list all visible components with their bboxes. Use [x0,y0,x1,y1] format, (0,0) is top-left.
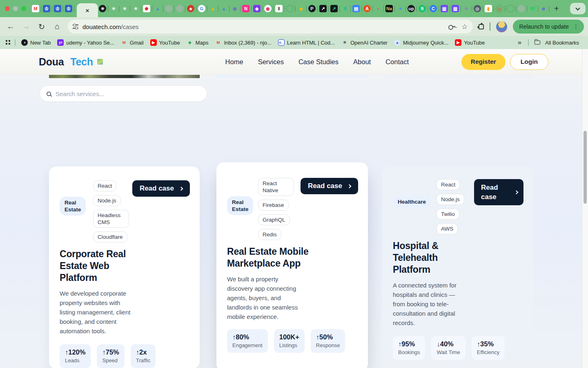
pinned-tab[interactable]: ▲ [154,0,165,17]
reload-button[interactable]: ↻ [37,22,47,31]
case-card-2[interactable]: Real Estate React Native Firebase GraphQ… [216,162,368,368]
pinned-tab[interactable] [165,0,176,17]
columbia-1-icon[interactable]: ♔ [43,5,50,12]
youtube-2-icon[interactable]: ▶ [455,39,461,46]
pinned-tab[interactable]: ♚ [143,0,154,17]
bookmark-item-youtube[interactable]: ▶YouTube [147,38,183,47]
login-button[interactable]: Login [510,54,548,70]
pink-arrow-icon[interactable]: › [374,5,382,12]
pinned-tab[interactable]: fi [419,0,430,17]
rocket-green-icon[interactable]: ↗ [330,5,338,12]
spider-icon[interactable]: ✳ [463,5,470,12]
read-case-button[interactable]: Read case [301,178,358,194]
blue-c-icon[interactable]: C [430,5,437,12]
midjourney-icon[interactable]: ▴ [394,39,401,46]
dashed-ring-2-icon[interactable]: ◎ [496,5,503,12]
scrollbar-track[interactable] [582,49,588,368]
pinned-tab[interactable] [286,0,297,17]
pinned-tab[interactable]: ✦ [396,0,408,17]
pinned-tab[interactable] [176,0,187,17]
bookmark-item-youtube-2[interactable]: ▶YouTube [452,38,488,47]
columbia-3-icon[interactable]: ♔ [65,5,72,12]
new-tab-icon[interactable]: ◑ [21,39,28,46]
nav-case-studies[interactable]: Case Studies [298,58,339,66]
pinned-tab[interactable]: ‖ [275,0,286,17]
chatgpt-2-icon[interactable]: ✳ [121,5,128,12]
ghost-2-icon[interactable] [176,5,183,12]
pinned-tab[interactable]: ☏ [529,0,540,17]
home-button[interactable]: ⌂ [52,22,62,31]
tab-search-button[interactable] [570,3,586,14]
pinned-tab[interactable]: ▥ [452,0,463,17]
pinned-tab[interactable]: ı|ı [231,0,242,17]
close-window-button[interactable] [5,6,10,11]
bookmark-item-openai-charter[interactable]: ✳OpenAI Charter [338,38,391,47]
printer-1-icon[interactable]: ▥ [441,5,448,12]
gemini-sparkle-icon[interactable]: ✦ [396,5,404,12]
zoom-window-button[interactable] [21,6,26,11]
pinned-tab[interactable]: A [363,0,374,17]
chrome-menu-icon[interactable]: ⋮ [573,23,579,30]
bookmark-item-maps[interactable]: ◆Maps [183,38,212,47]
active-tab[interactable]: × [77,3,98,17]
pinned-tab[interactable]: Na [385,0,396,17]
purple-app-icon[interactable]: ◈ [253,5,261,12]
nav-contact[interactable]: Contact [385,58,409,66]
sigma-icon[interactable]: σ [540,5,547,12]
new-tab-button[interactable]: + [554,4,559,13]
relaunch-to-update-button[interactable]: Relaunch to update ⋮ [513,20,584,34]
bookmark-item-udemy[interactable]: y!udemy - Yahoo Se... [54,38,117,47]
scrollbar-thumb[interactable] [584,131,587,204]
red-badge-icon[interactable]: ♚ [143,5,150,12]
pinned-tab[interactable]: › [374,0,385,17]
maps-icon[interactable]: ◆ [187,39,193,46]
nav-home[interactable]: Home [225,58,243,66]
address-bar[interactable]: douatech.com/cases ☆ [68,20,473,34]
pinned-tab[interactable] [518,0,529,17]
pinned-tab[interactable]: ▤ [352,0,363,17]
pinned-tab[interactable]: ♣ [187,0,198,17]
profile-avatar[interactable] [496,21,507,32]
google-icon[interactable]: G [198,5,205,12]
pinned-tab[interactable]: ◆ [297,0,308,17]
pinned-tab[interactable]: ♔ [54,0,65,17]
web-card-icon[interactable]: ▤ [352,5,360,12]
pinned-tab[interactable]: ↗ [319,0,330,17]
pinned-tab[interactable]: up [408,0,419,17]
gmail-icon[interactable]: M [121,39,127,46]
pinned-tab[interactable]: ◎ [496,0,507,17]
bookmark-item-midjourney[interactable]: ▴Midjourney Quick... [391,38,452,47]
youtube-icon[interactable]: ▶ [150,39,157,46]
passport-p-icon[interactable]: P [308,5,316,12]
nav-about[interactable]: About [353,58,371,66]
forward-button[interactable]: → [21,22,31,31]
pinned-tab[interactable]: C [430,0,441,17]
password-key-icon[interactable] [448,25,455,28]
close-tab-icon[interactable]: × [86,7,89,14]
pinned-tab[interactable]: ♔ [65,0,76,17]
pinned-tab[interactable]: G [198,0,209,17]
google-ads-1-icon[interactable]: ▲ [154,5,161,12]
extensions-icon[interactable] [479,24,484,29]
upwork-icon[interactable]: up [408,5,415,12]
pinned-tab[interactable] [507,0,518,17]
pinned-tab[interactable]: ▲ [220,0,231,17]
pinned-tab[interactable]: ◈ [253,0,264,17]
openai-charter-icon[interactable]: ✳ [341,39,348,46]
pinned-tab[interactable]: N [242,0,253,17]
chatgpt-1-icon[interactable]: ✳ [110,5,117,12]
pinned-tab[interactable]: ✳ [463,0,474,17]
ghost-3-icon[interactable] [518,5,525,12]
read-case-button[interactable]: Read case [474,179,523,205]
columbia-2-icon[interactable]: ♔ [54,5,61,12]
codecademy-icon[interactable]: c_ [278,39,285,46]
search-input[interactable] [56,90,200,97]
rocket-dark-icon[interactable]: ↗ [319,5,327,12]
pinned-tab[interactable]: ◎ [474,0,485,17]
bookmark-item-inbox[interactable]: MInbox (2,369) - njo... [212,38,275,47]
pinned-tab[interactable]: ▲ [209,0,220,17]
pinned-tab[interactable]: ▮ [485,0,496,17]
pause-icon[interactable]: ‖ [275,5,283,12]
bookmarks-overflow-button[interactable]: » [514,39,526,46]
pinned-tab[interactable]: σ [540,0,551,17]
